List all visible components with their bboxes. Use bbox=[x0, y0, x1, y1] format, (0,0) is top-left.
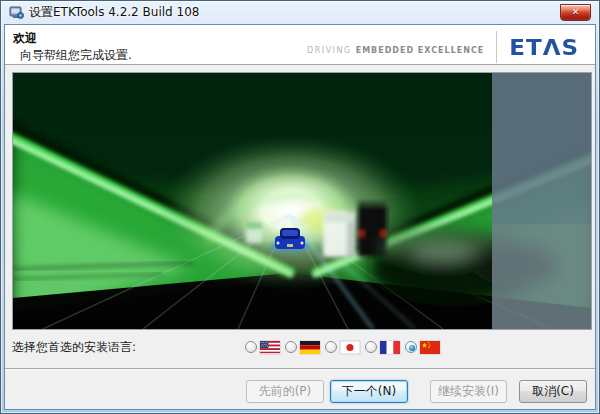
page-subtitle: 向导帮组您完成设置. bbox=[20, 47, 132, 64]
wizard-header: 欢迎 向导帮组您完成设置. DRIVING EMBEDDED EXCELLENC… bbox=[5, 25, 595, 65]
language-label: 选择您首选的安装语言: bbox=[12, 339, 136, 356]
brand-block: DRIVING EMBEDDED EXCELLENCE ETΛS bbox=[307, 25, 579, 65]
previous-button[interactable]: 先前的(P) bbox=[246, 380, 324, 403]
button-bar: 先前的(P) 下一个(N) 继续安装(I) 取消(C) bbox=[5, 368, 595, 409]
etas-logo: ETΛS bbox=[509, 30, 579, 59]
cancel-button[interactable]: 取消(C) bbox=[519, 380, 587, 403]
radio-chinese[interactable] bbox=[405, 341, 417, 353]
close-icon: ✕ bbox=[572, 7, 580, 17]
flag-fr-icon bbox=[380, 341, 400, 354]
flag-cn-icon bbox=[420, 341, 440, 354]
brand-tagline: DRIVING EMBEDDED EXCELLENCE bbox=[307, 36, 484, 55]
flag-de-icon bbox=[300, 341, 320, 354]
close-button[interactable]: ✕ bbox=[560, 4, 591, 21]
language-option-german[interactable] bbox=[285, 341, 320, 354]
flag-us-icon bbox=[260, 341, 280, 354]
dialog-body: 欢迎 向导帮组您完成设置. DRIVING EMBEDDED EXCELLENC… bbox=[4, 24, 596, 410]
language-option-japanese[interactable] bbox=[325, 341, 360, 354]
radio-english[interactable] bbox=[245, 341, 257, 353]
language-option-chinese[interactable] bbox=[405, 341, 440, 354]
language-option-french[interactable] bbox=[365, 341, 400, 354]
language-options bbox=[245, 341, 440, 354]
language-row: 选择您首选的安装语言: bbox=[12, 337, 588, 357]
flag-jp-icon bbox=[340, 341, 360, 354]
page-title: 欢迎 bbox=[13, 30, 37, 47]
continue-install-button[interactable]: 继续安装(I) bbox=[430, 380, 507, 403]
window-title: 设置ETKTools 4.2.2 Build 108 bbox=[29, 4, 199, 21]
installer-window: 设置ETKTools 4.2.2 Build 108 ✕ 欢迎 向导帮组您完成设… bbox=[0, 0, 600, 414]
radio-french[interactable] bbox=[365, 341, 377, 353]
installer-icon bbox=[9, 5, 24, 20]
radio-german[interactable] bbox=[285, 341, 297, 353]
language-option-english[interactable] bbox=[245, 341, 280, 354]
next-button[interactable]: 下一个(N) bbox=[330, 380, 408, 403]
header-divider bbox=[496, 31, 497, 63]
hero-image-tunnel bbox=[12, 72, 592, 330]
titlebar[interactable]: 设置ETKTools 4.2.2 Build 108 ✕ bbox=[1, 1, 599, 24]
radio-japanese[interactable] bbox=[325, 341, 337, 353]
